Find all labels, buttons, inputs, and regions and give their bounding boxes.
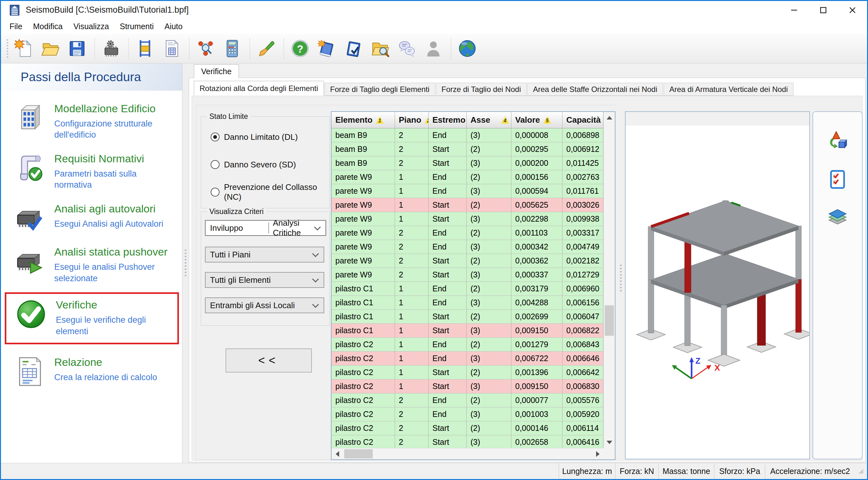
scroll-down-icon[interactable] xyxy=(604,437,615,448)
settings-chip-icon[interactable] xyxy=(101,39,121,58)
table-cell: 2 xyxy=(395,407,429,421)
table-row[interactable]: beam B92End(3)0,0000080,006898 xyxy=(332,128,603,142)
minimize-button[interactable] xyxy=(779,1,809,19)
criteria-combo[interactable]: Inviluppo Analysi Critiche xyxy=(205,220,326,236)
table-row[interactable]: pilastro C21Start(2)0,0013960,006642 xyxy=(332,365,603,380)
column-header-asse[interactable]: Asse4 xyxy=(467,112,512,128)
tab-area-delle-staffe-orizzontali-nei-nodi[interactable]: Area delle Staffe Orizzontali nei Nodi xyxy=(527,83,663,96)
scroll-right-icon[interactable] xyxy=(592,448,603,460)
table-row[interactable]: pilastro C22End(3)0,0010030,005920 xyxy=(332,407,603,421)
verify-book-icon[interactable] xyxy=(344,39,363,58)
table-row[interactable]: parete W92Start(3)0,0003370,012729 xyxy=(332,268,603,282)
user-silhouette-icon[interactable] xyxy=(424,39,443,58)
sidebar-item-analisi-autovalori[interactable]: Analisi agli autovaloriEsegui Analisi ag… xyxy=(13,202,178,234)
model-3d-viewer[interactable]: Z X xyxy=(625,111,810,459)
table-row[interactable]: parete W91Start(2)0,0056250,003026 xyxy=(332,198,603,212)
table-row[interactable]: beam B92Start(2)0,0002950,006912 xyxy=(332,142,603,156)
table-cell: 0,002699 xyxy=(512,310,562,324)
report-page-icon[interactable] xyxy=(162,39,182,58)
layers-icon[interactable] xyxy=(827,207,848,229)
sidebar-item-analisi-statica-pushover[interactable]: Analisi statica pushoverEsegui le analis… xyxy=(13,246,178,284)
table-row[interactable]: pilastro C22End(2)0,0000770,005576 xyxy=(332,393,603,407)
menu-file[interactable]: File xyxy=(4,22,28,31)
frame-section-icon[interactable] xyxy=(135,39,155,58)
maximize-button[interactable] xyxy=(809,1,838,19)
horizontal-scrollbar[interactable] xyxy=(332,448,603,459)
menu-visualizza[interactable]: Visualizza xyxy=(68,22,114,31)
table-row[interactable]: pilastro C11End(3)0,0042880,006156 xyxy=(332,296,603,310)
close-button[interactable] xyxy=(838,1,867,19)
table-cell: 0,000295 xyxy=(512,142,562,156)
open-project-icon[interactable] xyxy=(41,39,60,58)
tab-verifiche[interactable]: Verifiche xyxy=(194,64,239,78)
help-icon[interactable]: ? xyxy=(290,39,310,58)
forum-chat-icon[interactable] xyxy=(397,39,416,58)
table-row[interactable]: parete W92Start(2)0,0003620,002182 xyxy=(332,254,603,268)
table-row[interactable]: parete W91End(2)0,0001560,002763 xyxy=(332,170,603,184)
column-header-piano[interactable]: Piano2 xyxy=(395,112,429,128)
scroll-up-icon[interactable] xyxy=(604,112,615,123)
radio-option-2[interactable]: Prevenzione del Collasso (NC) xyxy=(211,186,329,198)
table-row[interactable]: pilastro C21End(2)0,0012790,006843 xyxy=(332,338,603,352)
table-row[interactable]: pilastro C21Start(3)0,0091500,006830 xyxy=(332,380,603,393)
search-folder-icon[interactable] xyxy=(370,39,390,58)
table-cell: 1 xyxy=(395,352,429,365)
table-row[interactable]: parete W92End(2)0,0011030,003317 xyxy=(332,226,603,240)
column-header-estremo[interactable]: Estremo3 xyxy=(429,112,467,128)
sidebar-item-verifiche[interactable]: VerificheEsegui le verifiche degli eleme… xyxy=(5,292,179,344)
table-row[interactable]: pilastro C21End(3)0,0067220,006646 xyxy=(332,352,603,365)
viewer-splitter[interactable] xyxy=(617,96,625,460)
table-cell: 0,006912 xyxy=(562,142,603,156)
deformed-shape-icon[interactable] xyxy=(827,130,848,151)
checks-list-icon[interactable] xyxy=(827,169,848,190)
filter-dropdown-2[interactable]: Entrambi gli Assi Locali xyxy=(205,297,324,313)
table-row[interactable]: pilastro C22Start(2)0,0001460,006114 xyxy=(332,421,603,435)
sidebar-item-modellazione-edificio[interactable]: Modellazione EdificioConfigurazione stru… xyxy=(13,102,178,141)
horizontal-scroll-thumb[interactable] xyxy=(344,449,373,458)
sidebar-item-relazione[interactable]: RelazioneCrea la relazione di calcolo xyxy=(13,356,178,387)
paintbrush-icon[interactable] xyxy=(256,39,276,58)
new-project-icon[interactable] xyxy=(14,39,34,58)
table-row[interactable]: beam B92Start(3)0,0002000,011425 xyxy=(332,156,603,170)
toolbar-grip[interactable] xyxy=(7,39,8,58)
radio-circle-icon[interactable] xyxy=(211,188,220,197)
filter-dropdown-1[interactable]: Tutti gli Elementi xyxy=(205,272,324,288)
radio-circle-icon[interactable] xyxy=(211,160,220,169)
radio-option-1[interactable]: Danno Severo (SD) xyxy=(211,158,296,171)
sidebar-item-requisiti-normativi[interactable]: Requisiti NormativiParametri basati sull… xyxy=(13,152,178,191)
table-row[interactable]: parete W92End(3)0,0003420,004749 xyxy=(332,240,603,254)
radio-circle-icon[interactable] xyxy=(211,132,220,141)
scroll-left-icon[interactable] xyxy=(332,448,343,460)
tab-forze-di-taglio-dei-nodi[interactable]: Forze di Taglio dei Nodi xyxy=(436,83,527,96)
manual-book-icon[interactable] xyxy=(317,39,337,58)
table-cell: 0,000337 xyxy=(512,268,562,282)
table-cell: 2 xyxy=(395,421,429,435)
radio-option-0[interactable]: Danno Limitato (DL) xyxy=(211,131,298,143)
sidebar-splitter[interactable] xyxy=(182,63,189,463)
menu-strumenti[interactable]: Strumenti xyxy=(115,22,159,31)
table-row[interactable]: parete W91Start(3)0,0022980,009938 xyxy=(332,212,603,226)
tab-forze-di-taglio-degli-elementi[interactable]: Forze di Taglio degli Elementi xyxy=(324,83,435,96)
vertical-scrollbar[interactable] xyxy=(603,112,615,448)
resize-grip[interactable] xyxy=(858,469,863,474)
table-row[interactable]: pilastro C11Start(3)0,0091500,006822 xyxy=(332,324,603,338)
table-row[interactable]: pilastro C11End(2)0,0031790,006960 xyxy=(332,282,603,296)
table-row[interactable]: parete W91End(3)0,0005940,011761 xyxy=(332,184,603,198)
structure-3d-canvas[interactable]: Z X xyxy=(626,126,809,459)
globe-icon[interactable] xyxy=(458,39,477,58)
tab-area-di-armatura-verticale-dei-nodi[interactable]: Area di Armatura Verticale dei Nodi xyxy=(664,83,794,96)
analysis-network-icon[interactable] xyxy=(196,39,215,58)
table-row[interactable]: pilastro C22Start(3)0,0026580,006416 xyxy=(332,435,603,448)
menu-modifica[interactable]: Modifica xyxy=(28,22,68,31)
column-header-elemento[interactable]: Elemento1 xyxy=(332,112,395,128)
save-project-icon[interactable] xyxy=(67,39,87,58)
column-header-capacità[interactable]: Capacità6 xyxy=(562,112,603,128)
vertical-scroll-thumb[interactable] xyxy=(605,305,614,336)
filter-dropdown-0[interactable]: Tutti i Piani xyxy=(205,247,324,262)
menu-aiuto[interactable]: Aiuto xyxy=(159,22,188,31)
calculator-icon[interactable] xyxy=(222,39,242,58)
table-row[interactable]: pilastro C11Start(2)0,0026990,006047 xyxy=(332,310,603,324)
column-header-valore[interactable]: Valore5 xyxy=(512,112,562,128)
tab-rotazioni-alla-corda-degli-elementi[interactable]: Rotazioni alla Corda degli Elementi xyxy=(194,81,324,96)
collapse-panel-button[interactable]: << xyxy=(225,348,312,373)
